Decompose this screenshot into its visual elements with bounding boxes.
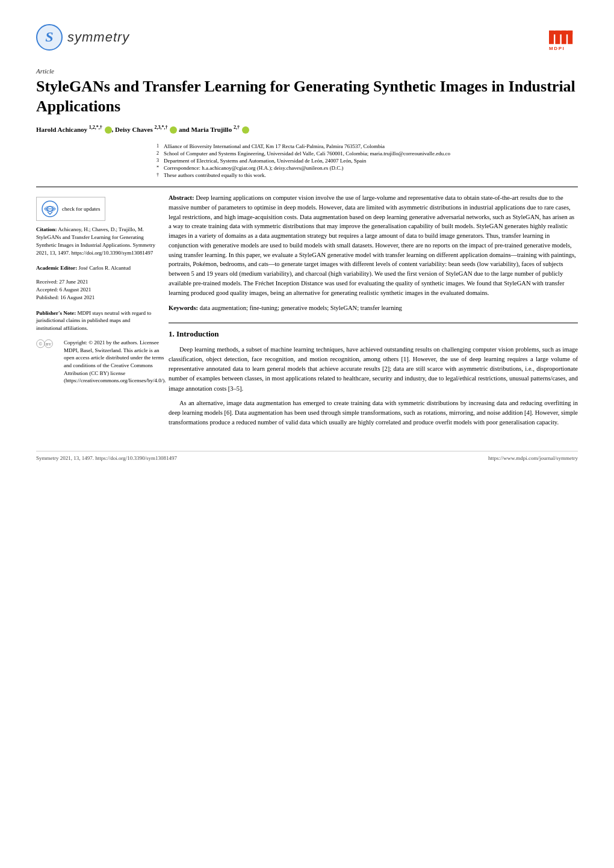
section-divider: [169, 323, 578, 323]
svg-text:©: ©: [39, 341, 43, 347]
affil-row-star: * Correspondence: h.a.achicanoy@cgiar.or…: [157, 165, 578, 171]
affil-num-dagger: †: [157, 172, 161, 178]
article-title: StyleGANs and Transfer Learning for Gene…: [36, 77, 578, 116]
header-logo-left: S symmetry: [36, 24, 129, 51]
header: S symmetry MDPI: [36, 24, 578, 57]
page-footer: Symmetry 2021, 13, 1497. https://doi.org…: [36, 451, 578, 461]
abstract-text: Deep learning applications on computer v…: [169, 194, 576, 296]
accepted-line: Accepted: 6 August 2021: [36, 286, 157, 294]
affil-row-2: 2 School of Computer and Systems Enginee…: [157, 150, 578, 157]
section-1-para-1: Deep learning methods, a subset of machi…: [169, 345, 578, 394]
copyright-text: Copyright: © 2021 by the authors. Licens…: [64, 339, 166, 385]
check-updates-box[interactable]: check for updates: [36, 197, 105, 221]
affil-text-1: Alliance of Bioversity International and…: [164, 143, 385, 149]
keywords-block: Keywords: data augmentation; fine-tuning…: [169, 303, 578, 313]
right-column: Abstract: Deep learning applications on …: [169, 193, 578, 433]
orcid-icon-deisy: [170, 126, 177, 134]
two-col-layout: check for updates Citation: Achicanoy, H…: [36, 193, 578, 433]
affil-text-dagger: These authors contributed equally to thi…: [164, 172, 266, 178]
section-1-para-2: As an alternative, image data augmentati…: [169, 398, 578, 428]
published-line: Published: 16 August 2021: [36, 294, 157, 302]
affil-row-3: 3 Department of Electrical, Systems and …: [157, 158, 578, 164]
received-line: Received: 27 June 2021: [36, 278, 157, 286]
svg-text:MDPI: MDPI: [549, 46, 565, 51]
published-date: 16 August 2021: [60, 294, 95, 300]
keywords-text: data augmentation; fine-tuning; generati…: [200, 305, 402, 311]
footer-left: Symmetry 2021, 13, 1497. https://doi.org…: [36, 455, 177, 461]
svg-text:BY: BY: [46, 342, 51, 346]
section-1-title: 1. Introduction: [169, 328, 578, 340]
dates-block: Received: 27 June 2021 Accepted: 6 Augus…: [36, 278, 157, 302]
affil-text-star: Correspondence: h.a.achicanoy@cgiar.org …: [164, 165, 344, 171]
left-column: check for updates Citation: Achicanoy, H…: [36, 193, 157, 433]
affil-num-2: 2: [157, 150, 161, 157]
author-harold: Harold Achicanoy 1,2,*,†: [36, 126, 102, 133]
cc-block: © BY Copyright: © 2021 by the authors. L…: [36, 339, 157, 385]
author-and: and Maria Trujillo 2,†: [179, 126, 240, 133]
check-updates-icon: [42, 200, 58, 217]
page: S symmetry MDPI Article StyleGANs and Tr…: [0, 0, 614, 868]
affil-text-2: School of Computer and Systems Engineeri…: [164, 150, 450, 157]
citation-label: Citation:: [36, 226, 57, 232]
accepted-date: 6 August 2021: [60, 287, 91, 293]
authors-line: Harold Achicanoy 1,2,*,† , Deisy Chaves …: [36, 125, 578, 134]
affil-row-dagger: † These authors contributed equally to t…: [157, 172, 578, 178]
check-updates-text: check for updates: [62, 205, 100, 213]
accepted-label: Accepted:: [36, 287, 58, 293]
section-1-body: Deep learning methods, a subset of machi…: [169, 345, 578, 428]
academic-editor-label: Academic Editor:: [36, 265, 77, 271]
author-deisy: Deisy Chaves 2,3,*,†: [115, 126, 167, 133]
affiliations-block: 1 Alliance of Bioversity International a…: [36, 143, 578, 178]
svg-text:S: S: [45, 29, 53, 45]
publisher-note-label: Publisher's Note:: [36, 310, 76, 316]
cc-license-icon: © BY: [36, 339, 60, 349]
orcid-icon-harold: [105, 126, 112, 134]
academic-editor-block: Academic Editor: José Carlos R. Alcantud: [36, 264, 157, 272]
affil-num-3: 3: [157, 158, 161, 164]
affil-num-star: *: [157, 165, 161, 171]
affil-row-1: 1 Alliance of Bioversity International a…: [157, 143, 578, 149]
svg-rect-7: [549, 31, 572, 34]
citation-block: Citation: Achicanoy, H.; Chaves, D.; Tru…: [36, 226, 157, 257]
publisher-note-block: Publisher's Note: MDPI stays neutral wit…: [36, 309, 157, 332]
received-date: 27 June 2021: [59, 279, 88, 285]
symmetry-logo-icon: S: [36, 24, 63, 51]
abstract-label: Abstract:: [169, 194, 194, 201]
footer-right: https://www.mdpi.com/journal/symmetry: [488, 455, 578, 461]
received-label: Received:: [36, 279, 58, 285]
mdpi-logo-icon: MDPI: [549, 24, 578, 51]
orcid-icon-maria: [242, 126, 249, 134]
header-divider: [36, 187, 578, 187]
academic-editor-name: José Carlos R. Alcantud: [78, 265, 131, 271]
article-type-label: Article: [36, 67, 578, 75]
journal-name: symmetry: [67, 29, 129, 45]
affil-text-3: Department of Electrical, Systems and Au…: [164, 158, 366, 164]
abstract-block: Abstract: Deep learning applications on …: [169, 193, 578, 297]
published-label: Published:: [36, 294, 59, 300]
affil-num-1: 1: [157, 143, 161, 149]
keywords-label: Keywords:: [169, 305, 198, 311]
